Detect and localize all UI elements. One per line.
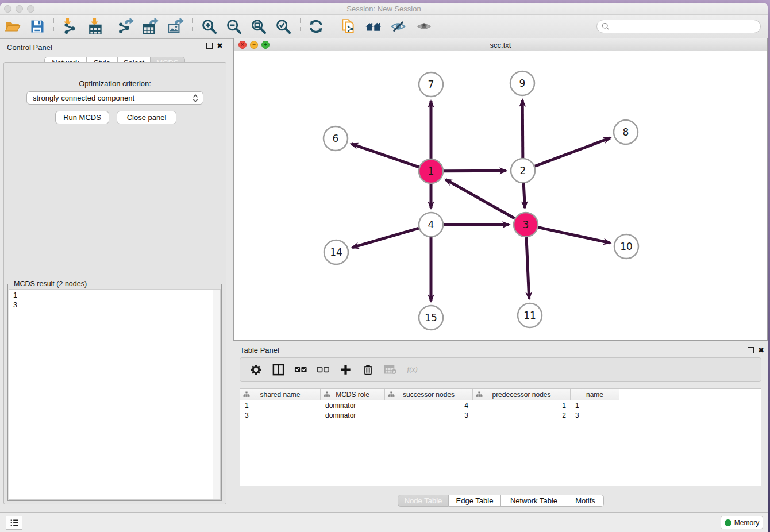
export-table-button[interactable]	[143, 18, 159, 34]
zoom-out-button[interactable]	[226, 18, 242, 34]
table-header-row: shared nameMCDS rolesuccessor nodesprede…	[240, 389, 619, 400]
column-label: MCDS role	[336, 391, 369, 399]
control-panel-buttons: ✖	[206, 43, 223, 49]
table-row[interactable]: 1dominator411	[240, 401, 619, 411]
import-network-icon	[60, 18, 76, 34]
tab-motifs[interactable]: Motifs	[567, 495, 604, 507]
mcds-result-area[interactable]: 1 3	[9, 289, 221, 500]
houses-icon	[365, 18, 382, 34]
network-frame-title: scc.txt	[234, 41, 767, 49]
svg-text:6: 6	[333, 133, 339, 144]
delete-column-button[interactable]	[361, 363, 375, 376]
table-settings-button[interactable]	[249, 363, 263, 376]
edge-3-11[interactable]	[526, 237, 529, 299]
edge-3-1[interactable]	[445, 179, 515, 218]
column-header-successor-nodes[interactable]: successor nodes	[385, 389, 473, 400]
edge-2-9[interactable]	[522, 100, 523, 158]
float-panel-icon[interactable]	[206, 43, 213, 49]
status-bar: Memory	[0, 512, 768, 532]
export-network-button[interactable]	[118, 18, 134, 34]
graph-node-2[interactable]: 2	[511, 159, 535, 183]
zoom-selected-icon	[275, 18, 291, 34]
save-session-button[interactable]	[29, 18, 45, 34]
column-header-MCDS-role[interactable]: MCDS role	[321, 389, 385, 400]
graph-node-1[interactable]: 1	[419, 159, 443, 183]
graph-node-10[interactable]: 10	[614, 234, 638, 259]
table-panel-tabs: Node TableEdge TableNetwork TableMotifs	[398, 495, 604, 507]
network-home-button[interactable]	[365, 18, 382, 34]
deselect-all-rows-button[interactable]	[317, 363, 330, 376]
table-toolbar: f(x)	[240, 357, 761, 382]
graph-node-4[interactable]: 4	[419, 213, 443, 237]
edge-2-3[interactable]	[523, 183, 525, 208]
column-header-name[interactable]: name	[571, 389, 619, 400]
svg-text:3: 3	[523, 219, 529, 230]
graph-node-15[interactable]: 15	[419, 306, 443, 330]
graph-node-11[interactable]: 11	[518, 303, 542, 327]
fx-icon: f(x)	[406, 363, 419, 376]
export-table-icon	[143, 18, 159, 34]
svg-text:1: 1	[428, 165, 434, 177]
graph-node-3[interactable]: 3	[514, 213, 538, 237]
network-canvas[interactable]: 7968124314101511	[234, 51, 767, 340]
add-column-button[interactable]	[339, 363, 352, 376]
run-mcds-button[interactable]: Run MCDS	[55, 111, 109, 124]
zoom-out-icon	[226, 18, 242, 34]
control-panel-title: Control Panel	[7, 43, 52, 52]
chevron-up-down-icon	[191, 94, 199, 103]
network-frame: ✕ – + scc.txt 7968124314101511	[233, 38, 768, 341]
close-panel-icon[interactable]: ✖	[217, 43, 223, 49]
column-header-predecessor-nodes[interactable]: predecessor nodes	[473, 389, 571, 400]
table-row[interactable]: 3dominator323	[240, 411, 619, 421]
edge-1-2[interactable]	[444, 171, 506, 171]
search-input[interactable]	[596, 20, 761, 33]
memory-button[interactable]: Memory	[721, 516, 763, 529]
task-history-button[interactable]	[6, 516, 22, 530]
float-table-panel-icon[interactable]	[748, 347, 754, 353]
column-label: name	[586, 391, 603, 399]
select-all-rows-button[interactable]	[294, 363, 307, 376]
toolbar-separator	[192, 18, 193, 34]
export-network-icon	[118, 18, 134, 34]
tab-node-table[interactable]: Node Table	[398, 495, 449, 507]
import-table-button[interactable]	[87, 18, 103, 34]
close-table-panel-icon[interactable]: ✖	[758, 347, 764, 353]
svg-text:10: 10	[620, 241, 633, 252]
hide-selected-button[interactable]	[390, 18, 406, 34]
close-panel-button[interactable]: Close panel	[117, 111, 176, 124]
network-frame-titlebar[interactable]: ✕ – + scc.txt	[234, 38, 767, 51]
toolbar-separator	[332, 18, 332, 34]
export-image-button[interactable]	[168, 18, 184, 34]
show-all-button[interactable]	[416, 18, 432, 34]
apply-layout-button[interactable]	[308, 18, 324, 34]
graph-node-8[interactable]: 8	[614, 120, 638, 144]
svg-text:f(x): f(x)	[407, 365, 418, 373]
mcds-result-box: MCDS result (2 nodes) 1 3	[7, 284, 222, 501]
edge-3-10[interactable]	[538, 228, 610, 243]
zoom-fit-button[interactable]	[251, 18, 267, 34]
tab-network-table[interactable]: Network Table	[501, 495, 567, 507]
edge-4-14[interactable]	[352, 228, 419, 248]
zoom-selected-button[interactable]	[275, 18, 291, 34]
edge-2-8[interactable]	[535, 138, 610, 166]
graph-node-7[interactable]: 7	[419, 72, 443, 97]
open-session-button[interactable]	[5, 18, 21, 34]
toggle-column-pane-button[interactable]	[272, 363, 285, 376]
svg-text:14: 14	[330, 246, 342, 258]
graph-node-6[interactable]: 6	[324, 126, 348, 151]
import-network-button[interactable]	[60, 18, 76, 34]
zoom-in-button[interactable]	[201, 18, 217, 34]
table-cell: 2	[478, 411, 566, 419]
list-icon	[9, 518, 20, 528]
edge-1-6[interactable]	[351, 144, 419, 167]
result-scrollbar[interactable]	[213, 290, 220, 499]
optimization-criterion-select[interactable]: strongly connected component	[26, 91, 203, 105]
optimization-criterion-label: Optimization criterion:	[4, 79, 226, 88]
column-header-shared-name[interactable]: shared name	[240, 389, 321, 400]
first-neighbors-button[interactable]	[340, 18, 356, 34]
graph-node-9[interactable]: 9	[510, 71, 534, 95]
tab-edge-table[interactable]: Edge Table	[449, 495, 501, 507]
svg-text:11: 11	[523, 310, 536, 321]
svg-text:7: 7	[428, 79, 434, 90]
graph-node-14[interactable]: 14	[324, 240, 348, 264]
